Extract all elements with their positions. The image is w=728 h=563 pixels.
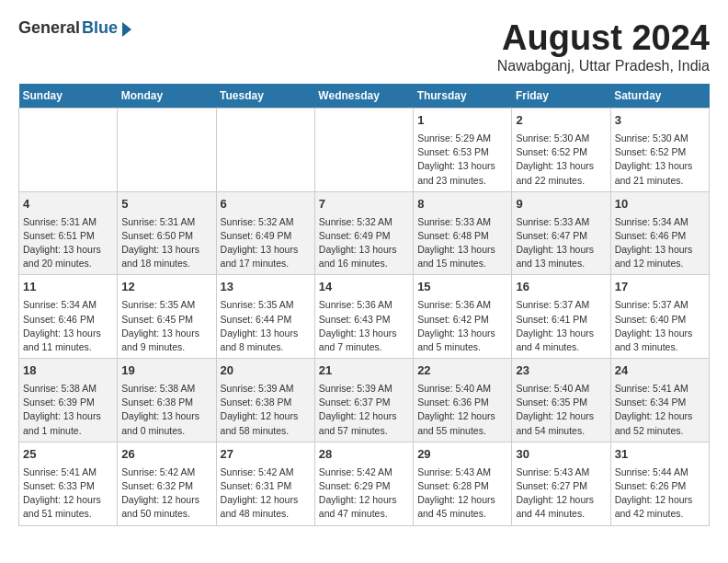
day-info: Sunrise: 5:36 AM Sunset: 6:42 PM Dayligh…: [417, 298, 507, 354]
day-info: Sunrise: 5:33 AM Sunset: 6:47 PM Dayligh…: [516, 215, 606, 271]
calendar-cell: 2Sunrise: 5:30 AM Sunset: 6:52 PM Daylig…: [512, 109, 610, 192]
calendar-cell: [118, 109, 216, 192]
day-info: Sunrise: 5:34 AM Sunset: 6:46 PM Dayligh…: [23, 298, 113, 354]
day-number: 16: [516, 279, 606, 296]
day-header-tuesday: Tuesday: [216, 84, 314, 109]
day-number: 18: [23, 362, 113, 380]
day-info: Sunrise: 5:43 AM Sunset: 6:27 PM Dayligh…: [516, 465, 606, 522]
day-number: 25: [23, 446, 113, 464]
day-header-friday: Friday: [512, 84, 610, 109]
day-number: 3: [615, 112, 705, 130]
day-number: 14: [319, 279, 409, 296]
calendar-cell: 31Sunrise: 5:44 AM Sunset: 6:26 PM Dayli…: [610, 442, 709, 525]
day-number: 7: [319, 196, 409, 213]
calendar-cell: 1Sunrise: 5:29 AM Sunset: 6:53 PM Daylig…: [414, 109, 512, 192]
day-number: 20: [221, 362, 311, 380]
day-header-thursday: Thursday: [414, 84, 512, 109]
calendar-cell: 18Sunrise: 5:38 AM Sunset: 6:39 PM Dayli…: [19, 359, 118, 442]
calendar-cell: 26Sunrise: 5:42 AM Sunset: 6:32 PM Dayli…: [118, 442, 216, 525]
day-header-saturday: Saturday: [610, 84, 709, 109]
day-info: Sunrise: 5:30 AM Sunset: 6:52 PM Dayligh…: [615, 132, 705, 188]
calendar-cell: [216, 109, 314, 192]
day-info: Sunrise: 5:36 AM Sunset: 6:43 PM Dayligh…: [319, 298, 409, 354]
day-info: Sunrise: 5:40 AM Sunset: 6:35 PM Dayligh…: [516, 382, 606, 438]
calendar-cell: [314, 109, 413, 192]
calendar-cell: 5Sunrise: 5:31 AM Sunset: 6:50 PM Daylig…: [118, 191, 216, 275]
calendar-cell: 15Sunrise: 5:36 AM Sunset: 6:42 PM Dayli…: [414, 275, 512, 359]
day-number: 29: [417, 446, 507, 464]
day-info: Sunrise: 5:39 AM Sunset: 6:37 PM Dayligh…: [319, 382, 409, 438]
calendar-cell: 13Sunrise: 5:35 AM Sunset: 6:44 PM Dayli…: [216, 275, 314, 359]
logo-general: General: [18, 18, 80, 38]
calendar-cell: 30Sunrise: 5:43 AM Sunset: 6:27 PM Dayli…: [512, 442, 610, 525]
calendar-cell: 8Sunrise: 5:33 AM Sunset: 6:48 PM Daylig…: [414, 191, 512, 275]
day-header-wednesday: Wednesday: [314, 84, 413, 109]
day-info: Sunrise: 5:31 AM Sunset: 6:51 PM Dayligh…: [23, 215, 113, 271]
day-info: Sunrise: 5:30 AM Sunset: 6:52 PM Dayligh…: [516, 132, 606, 188]
day-number: 5: [121, 196, 211, 213]
day-info: Sunrise: 5:42 AM Sunset: 6:31 PM Dayligh…: [221, 465, 311, 522]
day-info: Sunrise: 5:44 AM Sunset: 6:26 PM Dayligh…: [615, 465, 705, 522]
day-info: Sunrise: 5:42 AM Sunset: 6:29 PM Dayligh…: [319, 465, 409, 522]
day-header-sunday: Sunday: [19, 84, 118, 109]
calendar-cell: 11Sunrise: 5:34 AM Sunset: 6:46 PM Dayli…: [19, 275, 118, 359]
calendar-cell: 7Sunrise: 5:32 AM Sunset: 6:49 PM Daylig…: [314, 191, 413, 275]
location-subtitle: Nawabganj, Uttar Pradesh, India: [497, 58, 710, 75]
calendar-cell: 21Sunrise: 5:39 AM Sunset: 6:37 PM Dayli…: [314, 359, 413, 442]
day-number: 23: [516, 362, 606, 380]
calendar-cell: 20Sunrise: 5:39 AM Sunset: 6:38 PM Dayli…: [216, 359, 314, 442]
day-number: 13: [221, 279, 311, 296]
day-number: 9: [516, 196, 606, 213]
day-number: 19: [121, 362, 211, 380]
day-info: Sunrise: 5:37 AM Sunset: 6:41 PM Dayligh…: [516, 298, 606, 354]
day-info: Sunrise: 5:40 AM Sunset: 6:36 PM Dayligh…: [417, 382, 507, 438]
day-info: Sunrise: 5:29 AM Sunset: 6:53 PM Dayligh…: [417, 132, 507, 188]
calendar-cell: 29Sunrise: 5:43 AM Sunset: 6:28 PM Dayli…: [414, 442, 512, 525]
day-info: Sunrise: 5:35 AM Sunset: 6:44 PM Dayligh…: [221, 298, 311, 354]
logo-blue: Blue: [82, 18, 118, 38]
page-header: General Blue August 2024 Nawabganj, Utta…: [18, 18, 710, 75]
calendar-cell: 9Sunrise: 5:33 AM Sunset: 6:47 PM Daylig…: [512, 191, 610, 275]
day-number: 21: [319, 362, 409, 380]
day-info: Sunrise: 5:41 AM Sunset: 6:34 PM Dayligh…: [615, 382, 705, 438]
day-info: Sunrise: 5:43 AM Sunset: 6:28 PM Dayligh…: [417, 465, 507, 522]
day-header-monday: Monday: [118, 84, 216, 109]
day-info: Sunrise: 5:32 AM Sunset: 6:49 PM Dayligh…: [319, 215, 409, 271]
month-title: August 2024: [497, 18, 710, 58]
calendar-header: SundayMondayTuesdayWednesdayThursdayFrid…: [19, 84, 710, 109]
day-number: 24: [615, 362, 705, 380]
day-number: 12: [121, 279, 211, 296]
day-info: Sunrise: 5:35 AM Sunset: 6:45 PM Dayligh…: [121, 298, 211, 354]
day-number: 11: [23, 279, 113, 296]
day-info: Sunrise: 5:31 AM Sunset: 6:50 PM Dayligh…: [121, 215, 211, 271]
day-number: 26: [121, 446, 211, 464]
day-number: 27: [221, 446, 311, 464]
calendar-cell: 23Sunrise: 5:40 AM Sunset: 6:35 PM Dayli…: [512, 359, 610, 442]
day-info: Sunrise: 5:38 AM Sunset: 6:39 PM Dayligh…: [23, 382, 113, 438]
calendar-cell: [19, 109, 118, 192]
calendar-cell: 17Sunrise: 5:37 AM Sunset: 6:40 PM Dayli…: [610, 275, 709, 359]
day-number: 10: [615, 196, 705, 213]
day-info: Sunrise: 5:39 AM Sunset: 6:38 PM Dayligh…: [221, 382, 311, 438]
calendar-cell: 14Sunrise: 5:36 AM Sunset: 6:43 PM Dayli…: [314, 275, 413, 359]
calendar-cell: 6Sunrise: 5:32 AM Sunset: 6:49 PM Daylig…: [216, 191, 314, 275]
day-number: 17: [615, 279, 705, 296]
calendar-cell: 16Sunrise: 5:37 AM Sunset: 6:41 PM Dayli…: [512, 275, 610, 359]
calendar-body: 1Sunrise: 5:29 AM Sunset: 6:53 PM Daylig…: [19, 109, 710, 526]
day-number: 6: [221, 196, 311, 213]
day-number: 22: [417, 362, 507, 380]
logo: General Blue: [18, 18, 131, 38]
day-info: Sunrise: 5:41 AM Sunset: 6:33 PM Dayligh…: [23, 465, 113, 522]
calendar-cell: 10Sunrise: 5:34 AM Sunset: 6:46 PM Dayli…: [610, 191, 709, 275]
day-info: Sunrise: 5:42 AM Sunset: 6:32 PM Dayligh…: [121, 465, 211, 522]
day-number: 15: [417, 279, 507, 296]
title-block: August 2024 Nawabganj, Uttar Pradesh, In…: [497, 18, 710, 75]
day-info: Sunrise: 5:33 AM Sunset: 6:48 PM Dayligh…: [417, 215, 507, 271]
day-number: 30: [516, 446, 606, 464]
day-info: Sunrise: 5:38 AM Sunset: 6:38 PM Dayligh…: [121, 382, 211, 438]
calendar-cell: 4Sunrise: 5:31 AM Sunset: 6:51 PM Daylig…: [19, 191, 118, 275]
logo-arrow-icon: [122, 22, 131, 37]
day-number: 8: [417, 196, 507, 213]
day-number: 1: [417, 112, 507, 130]
calendar-cell: 19Sunrise: 5:38 AM Sunset: 6:38 PM Dayli…: [118, 359, 216, 442]
